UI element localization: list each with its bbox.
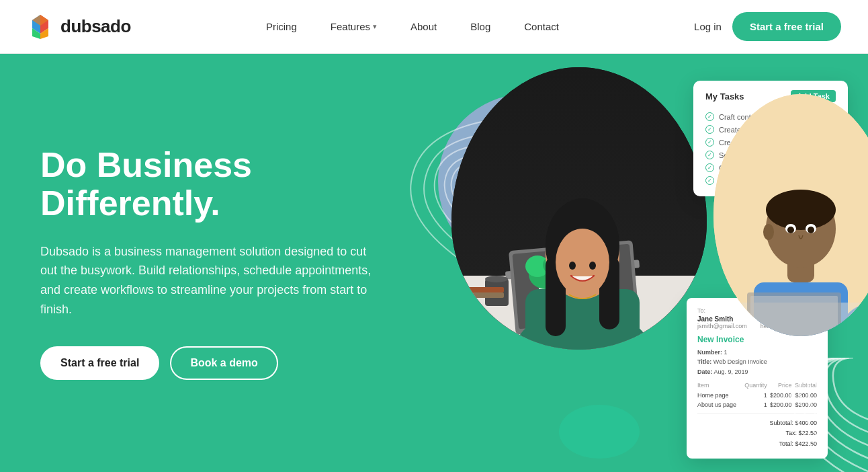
hero-visuals: My Tasks Add Task Craft contracts and qu… bbox=[357, 54, 868, 472]
invoice-divider bbox=[697, 414, 817, 414]
task-item-1: Craft contracts and questionnaires bbox=[705, 110, 836, 123]
teal-blob bbox=[559, 405, 640, 459]
nav-trial-button[interactable]: Start a free trial bbox=[732, 12, 841, 41]
svg-point-19 bbox=[546, 212, 619, 299]
svg-point-29 bbox=[697, 148, 700, 151]
invoice-to: To: Jane Smith jsmith@gmail.com bbox=[697, 307, 747, 329]
svg-point-53 bbox=[785, 224, 796, 233]
svg-point-39 bbox=[709, 161, 713, 165]
nav-about[interactable]: About bbox=[397, 15, 450, 38]
invoice-heading: New Invoice bbox=[697, 335, 817, 344]
svg-point-50 bbox=[766, 190, 836, 268]
invoice-row-1: Home page 1 $200.00 $200.00 bbox=[697, 391, 817, 400]
svg-point-35 bbox=[713, 151, 717, 155]
task-check-2 bbox=[705, 125, 714, 134]
svg-point-44 bbox=[739, 143, 742, 146]
svg-point-28 bbox=[711, 141, 715, 145]
dark-oval bbox=[478, 81, 693, 323]
navbar-actions: Log in Start a free trial bbox=[694, 12, 841, 41]
svg-point-54 bbox=[806, 224, 816, 233]
svg-point-16 bbox=[543, 255, 564, 274]
invoice-card: To: Jane Smith jsmith@gmail.com From: Jo… bbox=[687, 298, 828, 459]
hero-demo-button[interactable]: Book a demo bbox=[170, 346, 277, 380]
invoice-row-2: About us page 1 $200.00 $200.00 bbox=[697, 400, 817, 409]
svg-point-20 bbox=[546, 198, 619, 292]
hero-buttons: Start a free trial Book a demo bbox=[40, 346, 376, 380]
svg-point-31 bbox=[711, 145, 714, 149]
hero-content: Do Business Differently. Dubsado is a bu… bbox=[0, 106, 376, 420]
svg-rect-59 bbox=[750, 296, 838, 336]
svg-point-42 bbox=[730, 157, 732, 159]
chevron-down-icon: ▾ bbox=[373, 22, 377, 31]
svg-rect-7 bbox=[509, 240, 640, 335]
svg-rect-8 bbox=[512, 244, 636, 329]
task-item-5: Create Lead Capture Form bbox=[705, 161, 836, 174]
svg-point-25 bbox=[589, 262, 596, 270]
tasks-title: My Tasks bbox=[705, 91, 744, 102]
nav-blog[interactable]: Blog bbox=[457, 15, 504, 38]
add-task-button[interactable]: Add Task bbox=[791, 90, 836, 102]
invoice-to-from: To: Jane Smith jsmith@gmail.com From: Jo… bbox=[697, 307, 817, 329]
invoice-from: From: Joe Nelson hello@joenelon.com bbox=[761, 307, 816, 329]
svg-rect-22 bbox=[599, 255, 619, 329]
svg-point-46 bbox=[727, 309, 868, 336]
svg-point-23 bbox=[556, 229, 609, 296]
svg-point-30 bbox=[703, 146, 707, 150]
svg-point-15 bbox=[525, 255, 550, 277]
svg-point-36 bbox=[720, 155, 723, 157]
fingerprint-decoration bbox=[384, 94, 586, 296]
svg-point-27 bbox=[705, 139, 709, 142]
task-check-1 bbox=[705, 112, 714, 121]
logo-icon bbox=[27, 13, 54, 40]
svg-rect-45 bbox=[713, 94, 868, 336]
svg-point-26 bbox=[698, 139, 702, 143]
arc-decoration bbox=[754, 358, 868, 472]
task-check-6 bbox=[705, 176, 714, 185]
task-item-3: Create new package bbox=[705, 136, 836, 149]
svg-point-32 bbox=[718, 148, 720, 151]
svg-rect-57 bbox=[713, 303, 868, 336]
svg-point-14 bbox=[529, 260, 562, 289]
tasks-card-header: My Tasks Add Task bbox=[705, 90, 836, 102]
brand-name: dubsado bbox=[60, 16, 131, 37]
nav-features[interactable]: Features ▾ bbox=[317, 15, 390, 38]
task-item-6: Send reminder email to client bbox=[705, 174, 836, 187]
task-item-4: Send invoice bbox=[705, 149, 836, 161]
task-check-5 bbox=[705, 163, 714, 172]
svg-rect-5 bbox=[451, 276, 707, 350]
svg-rect-6 bbox=[505, 260, 640, 279]
svg-point-34 bbox=[707, 153, 709, 156]
svg-point-10 bbox=[485, 276, 508, 282]
lavender-blob bbox=[438, 94, 613, 269]
login-link[interactable]: Log in bbox=[694, 21, 722, 32]
nav-contact[interactable]: Contact bbox=[511, 15, 572, 38]
svg-point-41 bbox=[722, 158, 726, 162]
svg-rect-12 bbox=[464, 287, 504, 292]
svg-rect-21 bbox=[546, 255, 566, 336]
person-woman bbox=[451, 67, 707, 350]
svg-rect-9 bbox=[485, 279, 509, 306]
hero-trial-button[interactable]: Start a free trial bbox=[40, 346, 159, 380]
task-check-3 bbox=[705, 138, 714, 147]
hero-title: Do Business Differently. bbox=[40, 146, 376, 223]
invoice-totals: Subtotal: $400.00 Tax: $22.50 Total: $42… bbox=[697, 418, 817, 449]
svg-point-51 bbox=[766, 190, 836, 230]
dots-decoration bbox=[693, 134, 747, 191]
svg-rect-13 bbox=[539, 276, 552, 296]
svg-rect-58 bbox=[747, 292, 841, 336]
person-man bbox=[713, 94, 868, 336]
invoice-table: Item Quantity Price Subtotal Home page 1… bbox=[697, 382, 817, 409]
task-check-4 bbox=[705, 151, 714, 159]
svg-point-37 bbox=[727, 150, 730, 153]
svg-point-56 bbox=[808, 227, 814, 233]
task-item-2: Create job bbox=[705, 123, 836, 136]
svg-point-38 bbox=[703, 163, 705, 165]
svg-point-17 bbox=[515, 309, 650, 350]
nav-pricing[interactable]: Pricing bbox=[253, 15, 310, 38]
invoice-meta: Number: 1 Title: Web Design Invoice Date… bbox=[697, 348, 817, 377]
svg-rect-18 bbox=[525, 289, 640, 350]
svg-rect-49 bbox=[787, 249, 814, 282]
svg-point-33 bbox=[700, 155, 703, 159]
nav-links: Pricing Features ▾ About Blog Contact bbox=[253, 15, 572, 38]
brand-logo[interactable]: dubsado bbox=[27, 13, 131, 40]
